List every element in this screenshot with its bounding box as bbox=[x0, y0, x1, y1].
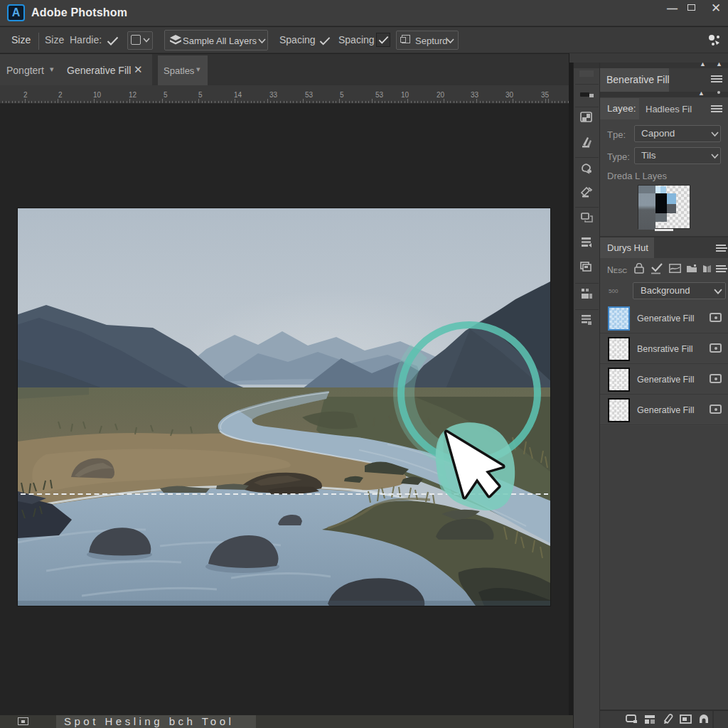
svg-text:5: 5 bbox=[164, 91, 168, 99]
svg-text:2: 2 bbox=[58, 91, 63, 99]
svg-text:10: 10 bbox=[401, 91, 410, 99]
svg-text:33: 33 bbox=[471, 91, 479, 99]
svg-text:20: 20 bbox=[437, 91, 445, 99]
svg-text:5: 5 bbox=[340, 91, 344, 99]
svg-text:10: 10 bbox=[93, 91, 102, 99]
svg-text:30: 30 bbox=[505, 91, 514, 99]
svg-text:5: 5 bbox=[198, 91, 203, 99]
svg-text:12: 12 bbox=[129, 91, 137, 99]
svg-text:35: 35 bbox=[541, 91, 550, 99]
svg-text:14: 14 bbox=[234, 91, 242, 99]
svg-text:2: 2 bbox=[23, 91, 28, 99]
svg-text:53: 53 bbox=[305, 91, 314, 99]
svg-text:53: 53 bbox=[375, 91, 384, 99]
svg-text:33: 33 bbox=[269, 91, 278, 99]
